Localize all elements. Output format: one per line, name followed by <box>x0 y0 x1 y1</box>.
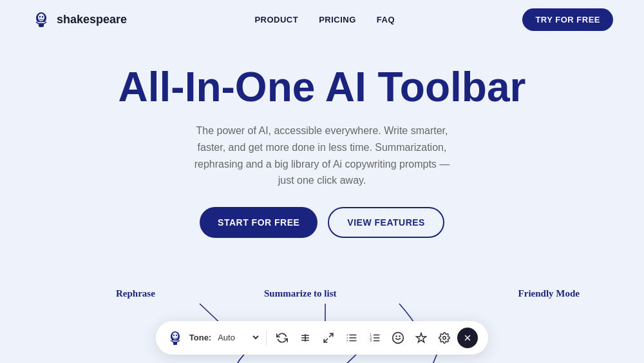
svg-point-7 <box>173 334 175 336</box>
hero-section: All-In-One AI Toolbar The power of AI, a… <box>0 39 644 277</box>
view-features-button[interactable]: VIEW FEATURES <box>328 207 444 238</box>
hero-subtitle: The power of AI, accessible everywhere. … <box>187 123 457 188</box>
numbered-list-button[interactable]: 1 2 3 <box>365 328 385 348</box>
svg-point-3 <box>42 16 43 18</box>
rephrase-button[interactable] <box>272 328 292 348</box>
nav-links: PRODUCT PRICING FAQ <box>254 15 395 25</box>
toolbar-divider-1 <box>266 330 267 346</box>
logo-link[interactable]: shakespeare <box>31 9 127 30</box>
annotation-friendly-mode: Friendly Mode <box>518 288 580 299</box>
svg-point-8 <box>176 334 177 336</box>
logo-text: shakespeare <box>57 13 127 26</box>
svg-point-28 <box>393 332 404 343</box>
summarize-button[interactable] <box>295 328 316 348</box>
nav-pricing[interactable]: PRICING <box>319 15 356 25</box>
svg-rect-4 <box>39 23 44 27</box>
annotation-summarize-list: Summarize to list <box>264 288 336 299</box>
close-button[interactable] <box>457 328 478 348</box>
navbar: shakespeare PRODUCT PRICING FAQ TRY FOR … <box>0 0 644 39</box>
tone-select[interactable]: Auto Formal Casual Friendly <box>215 332 261 343</box>
settings-button[interactable] <box>434 328 455 348</box>
ai-toolbar: Tone: Auto Formal Casual Friendly <box>156 321 488 355</box>
svg-point-2 <box>39 16 41 18</box>
svg-rect-9 <box>173 342 177 345</box>
nav-faq[interactable]: FAQ <box>377 15 395 25</box>
tone-label: Tone: <box>189 333 211 342</box>
expand-button[interactable] <box>318 328 339 348</box>
svg-text:3: 3 <box>370 339 372 342</box>
friendly-mode-button[interactable] <box>388 328 408 348</box>
svg-point-31 <box>443 337 446 340</box>
toolbar-logo-icon <box>166 329 184 347</box>
summarize-list-button[interactable] <box>341 328 362 348</box>
logo-icon <box>31 9 52 30</box>
try-for-free-button[interactable]: TRY FOR FREE <box>522 8 613 31</box>
start-for-free-button[interactable]: START FOR FREE <box>200 207 317 238</box>
nav-product[interactable]: PRODUCT <box>254 15 298 25</box>
hero-title: All-In-One AI Toolbar <box>13 64 631 110</box>
annotation-rephrase: Rephrase <box>116 288 155 299</box>
toolbar-demo: Rephrase Summarize to list Friendly Mode… <box>0 283 644 363</box>
magic-button[interactable] <box>411 328 431 348</box>
hero-buttons: START FOR FREE VIEW FEATURES <box>13 207 631 238</box>
